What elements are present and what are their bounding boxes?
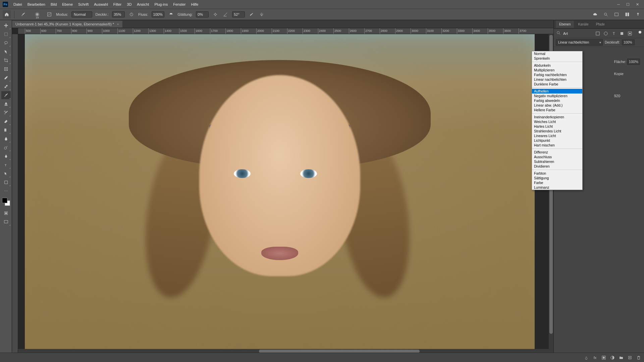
blend-option-strahlendes-licht[interactable]: Strahlendes Licht <box>532 129 582 133</box>
shape-tool[interactable] <box>1 178 11 186</box>
pen-tool[interactable] <box>1 152 11 160</box>
stamp-tool[interactable] <box>1 100 11 108</box>
tab-paths[interactable]: Pfade <box>593 21 608 28</box>
brush-preset-picker[interactable]: 19 <box>32 10 43 18</box>
blend-option-luminanz[interactable]: Luminanz <box>532 185 582 190</box>
search-icon[interactable] <box>602 11 609 18</box>
vertical-ruler[interactable] <box>12 34 18 354</box>
flow-input[interactable]: 100% <box>152 11 164 17</box>
brush-panel-icon[interactable] <box>46 11 53 18</box>
layer-style-icon[interactable]: fx <box>592 355 598 360</box>
eraser-tool[interactable] <box>1 117 11 125</box>
filter-type[interactable]: Art <box>563 32 593 36</box>
menu-3d[interactable]: 3D <box>124 1 134 8</box>
brush-tool[interactable] <box>1 91 11 99</box>
gradient-tool[interactable] <box>1 126 11 134</box>
blend-option-weiches-licht[interactable]: Weiches Licht <box>532 119 582 124</box>
blend-option-dividieren[interactable]: Dividieren <box>532 164 582 169</box>
marquee-tool[interactable] <box>1 30 11 38</box>
history-brush-tool[interactable] <box>1 109 11 117</box>
filter-pixel-icon[interactable] <box>595 31 600 36</box>
layer-mask-icon[interactable] <box>601 355 606 360</box>
menu-ebene[interactable]: Ebene <box>59 1 75 8</box>
brush-tool-icon[interactable] <box>18 10 29 18</box>
smoothing-options-icon[interactable] <box>212 11 219 18</box>
layer-blend-mode-select[interactable]: Linear nachbelichten <box>556 39 603 46</box>
blend-option-farbe[interactable]: Farbe <box>532 180 582 185</box>
blend-option-hellere-farbe[interactable]: Hellere Farbe <box>532 108 582 112</box>
screenmode-tool[interactable] <box>1 218 11 226</box>
menu-bild[interactable]: Bild <box>48 1 59 8</box>
blend-option-sprenkeln[interactable]: Sprenkeln <box>532 56 582 61</box>
blend-option-linear-nachbelichten[interactable]: Linear nachbelichten <box>532 77 582 82</box>
blend-option-farbig-nachbelichten[interactable]: Farbig nachbelichten <box>532 72 582 77</box>
horizontal-ruler[interactable]: 5006007008009001000110012001300140015001… <box>18 28 553 34</box>
new-layer-icon[interactable] <box>627 355 633 360</box>
frame-tool[interactable] <box>1 65 11 73</box>
menu-filter[interactable]: Filter <box>111 1 124 8</box>
minimize-button[interactable]: ─ <box>614 1 623 7</box>
menu-datei[interactable]: Datei <box>11 1 25 8</box>
filter-toggle[interactable] <box>639 31 641 34</box>
blend-option-hart-mischen[interactable]: Hart mischen <box>532 143 582 147</box>
blend-option-linear-abw-add-[interactable]: Linear abw. (Add.) <box>532 103 582 108</box>
blend-option-farbig-abwedeln[interactable]: Farbig abwedeln <box>532 98 582 103</box>
eyedropper-tool[interactable] <box>1 74 11 82</box>
blend-mode-dropdown[interactable]: NormalSprenkelnAbdunkelnMultiplizierenFa… <box>532 51 583 190</box>
foreground-color[interactable] <box>2 198 7 203</box>
document-tab[interactable]: Unbenannt-1 bei 45,3% (Kurven 1 Kopie, E… <box>12 21 122 27</box>
layer-opacity-input[interactable]: 100% <box>622 40 635 45</box>
opacity-input[interactable]: 35% <box>112 11 125 17</box>
blend-option-farbton[interactable]: Farbton <box>532 171 582 176</box>
blend-option-multiplizieren[interactable]: Multiplizieren <box>532 68 582 72</box>
link-layers-icon[interactable] <box>584 355 589 360</box>
adjustment-layer-icon[interactable] <box>610 355 615 360</box>
quickmask-tool[interactable] <box>1 209 11 217</box>
pressure-opacity-icon[interactable] <box>128 11 135 18</box>
menu-fenster[interactable]: Fenster <box>170 1 188 8</box>
menu-plug-ins[interactable]: Plug-ins <box>152 1 170 8</box>
blend-option-abdunkeln[interactable]: Abdunkeln <box>532 63 582 68</box>
workspace-icon[interactable] <box>624 11 631 18</box>
blend-option-hartes-licht[interactable]: Hartes Licht <box>532 124 582 129</box>
filter-shape-icon[interactable] <box>619 31 625 36</box>
group-icon[interactable] <box>619 355 624 360</box>
blend-mode-select[interactable]: Normal <box>71 11 92 17</box>
blur-tool[interactable] <box>1 135 11 143</box>
delete-layer-icon[interactable] <box>636 355 641 360</box>
filter-adjust-icon[interactable] <box>603 31 608 36</box>
symmetry-icon[interactable] <box>258 11 265 18</box>
more-tools[interactable]: ⋯ <box>1 187 11 195</box>
lasso-tool[interactable] <box>1 39 11 47</box>
blend-option-negativ-multiplizieren[interactable]: Negativ multiplizieren <box>532 94 582 98</box>
type-tool[interactable]: T <box>1 161 11 169</box>
blend-option-subtrahieren[interactable]: Subtrahieren <box>532 159 582 164</box>
menu-auswahl[interactable]: Auswahl <box>91 1 111 8</box>
close-button[interactable]: ✕ <box>633 1 641 7</box>
maximize-button[interactable]: ☐ <box>624 1 632 7</box>
blend-option-lineares-licht[interactable]: Lineares Licht <box>532 133 582 138</box>
blend-option-ineinanderkopieren[interactable]: Ineinanderkopieren <box>532 115 582 119</box>
blend-option-dunklere-farbe[interactable]: Dunklere Farbe <box>532 82 582 86</box>
blend-option-differenz[interactable]: Differenz <box>532 150 582 155</box>
angle-input[interactable]: 52° <box>232 11 245 17</box>
filter-type-icon[interactable]: T <box>611 31 616 36</box>
cloud-icon[interactable] <box>592 11 598 18</box>
tab-channels[interactable]: Kanäle <box>575 21 592 28</box>
close-tab-icon[interactable]: × <box>117 22 119 26</box>
arrange-icon[interactable] <box>613 11 620 18</box>
blend-option-normal[interactable]: Normal <box>532 51 582 56</box>
canvas[interactable] <box>18 34 553 354</box>
move-tool[interactable] <box>1 21 11 29</box>
tab-layers[interactable]: Ebenen <box>556 21 574 28</box>
healing-tool[interactable] <box>1 82 11 90</box>
smoothing-input[interactable]: 0% <box>196 11 209 17</box>
blend-option-lichtpunkt[interactable]: Lichtpunkt <box>532 138 582 143</box>
blend-option-ausschluss[interactable]: Ausschluss <box>532 155 582 159</box>
dodge-tool[interactable] <box>1 143 11 152</box>
menu-schrift[interactable]: Schrift <box>75 1 91 8</box>
menu-hilfe[interactable]: Hilfe <box>188 1 201 8</box>
menu-bearbeiten[interactable]: Bearbeiten <box>25 1 48 8</box>
blend-option-s-ttigung[interactable]: Sättigung <box>532 176 582 180</box>
filter-smart-icon[interactable] <box>627 31 633 36</box>
